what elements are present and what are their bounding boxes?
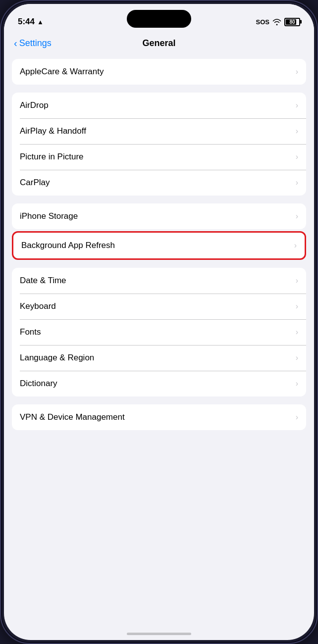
iphone-storage-item[interactable]: iPhone Storage › <box>12 203 306 229</box>
group-datetime: Date & Time › Keyboard › Fonts › Languag… <box>12 268 306 396</box>
home-indicator <box>127 633 191 635</box>
pip-item[interactable]: Picture in Picture › <box>12 144 306 170</box>
vpn-device-item[interactable]: VPN & Device Management › <box>12 404 306 430</box>
battery-icon: 80 <box>284 18 300 26</box>
group-vpn: VPN & Device Management › <box>12 404 306 430</box>
airdrop-chevron-icon: › <box>296 101 298 110</box>
airdrop-label: AirDrop <box>20 100 49 110</box>
nav-bar: ‹ Settings General <box>4 33 314 55</box>
background-app-refresh-group: Background App Refresh › <box>12 231 306 260</box>
applecare-chevron-icon: › <box>296 67 298 76</box>
language-region-item[interactable]: Language & Region › <box>12 345 306 371</box>
applecare-label: AppleCare & Warranty <box>20 67 104 77</box>
airdrop-item[interactable]: AirDrop › <box>12 93 306 118</box>
group-airdrop: AirDrop › AirPlay & Handoff › Picture in… <box>12 93 306 196</box>
keyboard-item[interactable]: Keyboard › <box>12 294 306 319</box>
wifi-icon <box>272 18 281 25</box>
location-icon: ▲ <box>37 18 44 26</box>
back-button[interactable]: ‹ Settings <box>14 38 52 49</box>
date-time-item[interactable]: Date & Time › <box>12 268 306 294</box>
carplay-item[interactable]: CarPlay › <box>12 170 306 196</box>
pip-label: Picture in Picture <box>20 152 84 162</box>
phone-frame: 5:44 ▲ SOS 80 <box>0 0 318 644</box>
airplay-item[interactable]: AirPlay & Handoff › <box>12 118 306 144</box>
airplay-label: AirPlay & Handoff <box>20 126 86 136</box>
sos-badge: SOS <box>256 18 269 26</box>
iphone-storage-chevron-icon: › <box>296 212 298 221</box>
carplay-label: CarPlay <box>20 178 50 188</box>
screen: 5:44 ▲ SOS 80 <box>4 4 314 640</box>
fonts-label: Fonts <box>20 327 41 337</box>
background-app-refresh-label: Background App Refresh <box>21 241 115 250</box>
date-time-chevron-icon: › <box>296 276 298 285</box>
iphone-storage-label: iPhone Storage <box>20 211 78 221</box>
applecare-item[interactable]: AppleCare & Warranty › <box>12 59 306 85</box>
background-app-refresh-item[interactable]: Background App Refresh › <box>13 233 305 258</box>
battery-percent: 80 <box>289 19 295 25</box>
back-label: Settings <box>19 38 52 49</box>
settings-content: AppleCare & Warranty › AirDrop › AirPlay… <box>4 55 314 627</box>
date-time-label: Date & Time <box>20 276 66 286</box>
dictionary-label: Dictionary <box>20 379 57 389</box>
dynamic-island <box>127 10 191 28</box>
page-title: General <box>142 38 175 49</box>
keyboard-label: Keyboard <box>20 301 56 311</box>
status-bar: 5:44 ▲ SOS 80 <box>4 4 314 33</box>
language-region-label: Language & Region <box>20 353 94 363</box>
fonts-chevron-icon: › <box>296 328 298 337</box>
status-right-icons: SOS 80 <box>256 18 300 26</box>
airplay-chevron-icon: › <box>296 127 298 136</box>
group-applecare: AppleCare & Warranty › <box>12 59 306 85</box>
status-time: 5:44 ▲ <box>18 17 44 27</box>
pip-chevron-icon: › <box>296 152 298 161</box>
carplay-chevron-icon: › <box>296 178 298 187</box>
vpn-device-label: VPN & Device Management <box>20 412 125 422</box>
back-chevron-icon: ‹ <box>14 38 17 49</box>
background-app-refresh-chevron-icon: › <box>294 241 297 250</box>
group-iphone-storage: iPhone Storage › <box>12 203 306 229</box>
time-display: 5:44 <box>18 17 35 27</box>
fonts-item[interactable]: Fonts › <box>12 319 306 345</box>
dictionary-chevron-icon: › <box>296 379 298 388</box>
keyboard-chevron-icon: › <box>296 302 298 311</box>
vpn-device-chevron-icon: › <box>296 413 298 422</box>
dictionary-item[interactable]: Dictionary › <box>12 371 306 396</box>
language-region-chevron-icon: › <box>296 353 298 362</box>
